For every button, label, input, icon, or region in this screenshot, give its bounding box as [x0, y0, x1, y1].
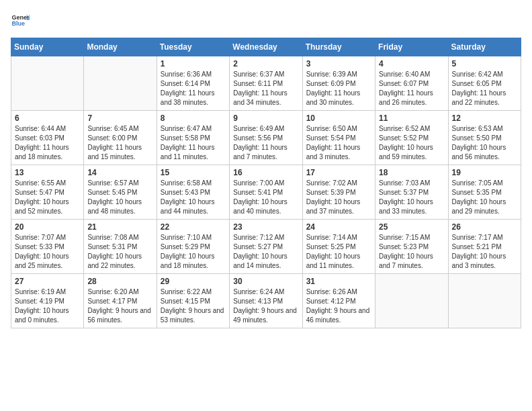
daylight: Daylight: 11 hours and 11 minutes. [161, 144, 215, 161]
week-row-3: 13 Sunrise: 6:55 AM Sunset: 5:47 PM Dayl… [11, 165, 521, 220]
sunset: Sunset: 5:29 PM [161, 243, 210, 250]
sunrise: Sunrise: 6:50 AM [306, 125, 357, 132]
calendar-cell: 18 Sunrise: 7:03 AM Sunset: 5:37 PM Dayl… [375, 165, 448, 220]
sunset: Sunset: 5:58 PM [161, 134, 210, 142]
calendar-table: SundayMondayTuesdayWednesdayThursdayFrid… [11, 38, 521, 328]
calendar-cell: 21 Sunrise: 7:08 AM Sunset: 5:31 PM Dayl… [84, 220, 157, 274]
day-number: 10 [306, 113, 371, 123]
svg-text:Blue: Blue [11, 20, 25, 27]
daylight: Daylight: 10 hours and 0 minutes. [15, 307, 69, 324]
day-info: Sunrise: 6:39 AM Sunset: 6:09 PM Dayligh… [306, 70, 371, 107]
day-info: Sunrise: 7:17 AM Sunset: 5:21 PM Dayligh… [452, 233, 517, 271]
calendar-cell [448, 274, 521, 328]
calendar-cell: 22 Sunrise: 7:10 AM Sunset: 5:29 PM Dayl… [157, 220, 229, 274]
calendar-cell: 20 Sunrise: 7:07 AM Sunset: 5:33 PM Dayl… [11, 220, 84, 274]
daylight: Daylight: 10 hours and 44 minutes. [161, 198, 215, 215]
day-number: 28 [87, 277, 152, 286]
calendar-cell: 24 Sunrise: 7:14 AM Sunset: 5:25 PM Dayl… [302, 220, 375, 274]
week-row-5: 27 Sunrise: 6:19 AM Sunset: 4:19 PM Dayl… [11, 274, 521, 328]
daylight: Daylight: 11 hours and 18 minutes. [15, 144, 69, 161]
calendar-cell: 14 Sunrise: 6:57 AM Sunset: 5:45 PM Dayl… [84, 165, 157, 220]
daylight: Daylight: 11 hours and 38 minutes. [161, 89, 215, 106]
sunrise: Sunrise: 6:49 AM [233, 125, 284, 132]
sunrise: Sunrise: 7:12 AM [233, 234, 284, 241]
calendar-cell: 5 Sunrise: 6:42 AM Sunset: 6:05 PM Dayli… [448, 56, 521, 111]
day-info: Sunrise: 6:37 AM Sunset: 6:11 PM Dayligh… [233, 70, 298, 107]
sunset: Sunset: 5:37 PM [379, 189, 429, 196]
daylight: Daylight: 10 hours and 25 minutes. [15, 253, 69, 269]
day-info: Sunrise: 6:47 AM Sunset: 5:58 PM Dayligh… [161, 124, 226, 162]
day-number: 17 [306, 168, 371, 177]
sunset: Sunset: 6:00 PM [87, 134, 137, 142]
calendar-cell: 8 Sunrise: 6:47 AM Sunset: 5:58 PM Dayli… [157, 111, 229, 165]
day-info: Sunrise: 7:02 AM Sunset: 5:39 PM Dayligh… [306, 179, 371, 216]
sunset: Sunset: 5:56 PM [233, 134, 283, 142]
daylight: Daylight: 9 hours and 49 minutes. [233, 307, 297, 324]
sunrise: Sunrise: 6:40 AM [379, 71, 430, 78]
sunset: Sunset: 4:19 PM [15, 298, 64, 305]
day-info: Sunrise: 7:00 AM Sunset: 5:41 PM Dayligh… [233, 179, 298, 216]
sunset: Sunset: 4:15 PM [161, 298, 210, 305]
day-number: 24 [306, 222, 371, 232]
sunset: Sunset: 4:17 PM [87, 298, 137, 305]
calendar-cell: 7 Sunrise: 6:45 AM Sunset: 6:00 PM Dayli… [84, 111, 157, 165]
daylight: Daylight: 11 hours and 34 minutes. [233, 89, 287, 106]
calendar-cell: 16 Sunrise: 7:00 AM Sunset: 5:41 PM Dayl… [230, 165, 302, 220]
calendar-cell: 12 Sunrise: 6:53 AM Sunset: 5:50 PM Dayl… [448, 111, 521, 165]
calendar-cell: 19 Sunrise: 7:05 AM Sunset: 5:35 PM Dayl… [448, 165, 521, 220]
day-number: 4 [379, 59, 444, 68]
daylight: Daylight: 10 hours and 33 minutes. [379, 198, 433, 215]
daylight: Daylight: 10 hours and 18 minutes. [161, 253, 215, 269]
sunset: Sunset: 5:35 PM [452, 189, 502, 196]
sunrise: Sunrise: 7:17 AM [452, 234, 503, 241]
daylight: Daylight: 10 hours and 3 minutes. [452, 253, 506, 269]
daylight: Daylight: 11 hours and 30 minutes. [306, 89, 361, 106]
sunrise: Sunrise: 7:08 AM [87, 234, 138, 241]
calendar-cell: 27 Sunrise: 6:19 AM Sunset: 4:19 PM Dayl… [11, 274, 84, 328]
daylight: Daylight: 10 hours and 52 minutes. [15, 198, 69, 215]
day-info: Sunrise: 7:15 AM Sunset: 5:23 PM Dayligh… [379, 233, 444, 271]
daylight: Daylight: 10 hours and 56 minutes. [452, 144, 506, 161]
sunrise: Sunrise: 6:37 AM [233, 71, 284, 78]
sunrise: Sunrise: 6:44 AM [15, 125, 66, 132]
column-header-friday: Friday [375, 38, 448, 56]
day-info: Sunrise: 6:50 AM Sunset: 5:54 PM Dayligh… [306, 124, 371, 162]
day-info: Sunrise: 6:20 AM Sunset: 4:17 PM Dayligh… [87, 287, 152, 325]
daylight: Daylight: 10 hours and 48 minutes. [87, 198, 142, 215]
day-number: 20 [15, 222, 80, 232]
sunrise: Sunrise: 6:19 AM [15, 288, 66, 295]
day-info: Sunrise: 6:58 AM Sunset: 5:43 PM Dayligh… [161, 179, 226, 216]
daylight: Daylight: 9 hours and 56 minutes. [87, 307, 151, 324]
sunrise: Sunrise: 6:20 AM [87, 288, 138, 295]
day-info: Sunrise: 6:53 AM Sunset: 5:50 PM Dayligh… [452, 124, 517, 162]
daylight: Daylight: 11 hours and 7 minutes. [233, 144, 287, 161]
column-header-wednesday: Wednesday [230, 38, 302, 56]
calendar-cell: 3 Sunrise: 6:39 AM Sunset: 6:09 PM Dayli… [302, 56, 375, 111]
calendar-cell: 9 Sunrise: 6:49 AM Sunset: 5:56 PM Dayli… [230, 111, 302, 165]
sunrise: Sunrise: 6:45 AM [87, 125, 138, 132]
column-header-sunday: Sunday [11, 38, 84, 56]
logo-icon: General Blue [11, 11, 30, 30]
daylight: Daylight: 11 hours and 15 minutes. [87, 144, 142, 161]
day-info: Sunrise: 7:08 AM Sunset: 5:31 PM Dayligh… [87, 233, 152, 271]
daylight: Daylight: 10 hours and 29 minutes. [452, 198, 506, 215]
sunrise: Sunrise: 6:42 AM [452, 71, 503, 78]
sunrise: Sunrise: 6:57 AM [87, 179, 138, 187]
day-info: Sunrise: 6:40 AM Sunset: 6:07 PM Dayligh… [379, 70, 444, 107]
sunset: Sunset: 6:09 PM [306, 80, 356, 87]
day-number: 2 [233, 59, 298, 68]
sunset: Sunset: 4:13 PM [233, 298, 283, 305]
sunrise: Sunrise: 6:52 AM [379, 125, 430, 132]
calendar-cell: 30 Sunrise: 6:24 AM Sunset: 4:13 PM Dayl… [230, 274, 302, 328]
sunset: Sunset: 4:12 PM [306, 298, 356, 305]
day-number: 26 [452, 222, 517, 232]
sunrise: Sunrise: 6:36 AM [161, 71, 212, 78]
day-info: Sunrise: 7:05 AM Sunset: 5:35 PM Dayligh… [452, 179, 517, 216]
calendar-cell: 29 Sunrise: 6:22 AM Sunset: 4:15 PM Dayl… [157, 274, 229, 328]
sunrise: Sunrise: 6:22 AM [161, 288, 212, 295]
day-info: Sunrise: 7:03 AM Sunset: 5:37 PM Dayligh… [379, 179, 444, 216]
day-number: 1 [161, 59, 226, 68]
daylight: Daylight: 10 hours and 37 minutes. [306, 198, 361, 215]
sunrise: Sunrise: 7:15 AM [379, 234, 430, 241]
week-row-4: 20 Sunrise: 7:07 AM Sunset: 5:33 PM Dayl… [11, 220, 521, 274]
